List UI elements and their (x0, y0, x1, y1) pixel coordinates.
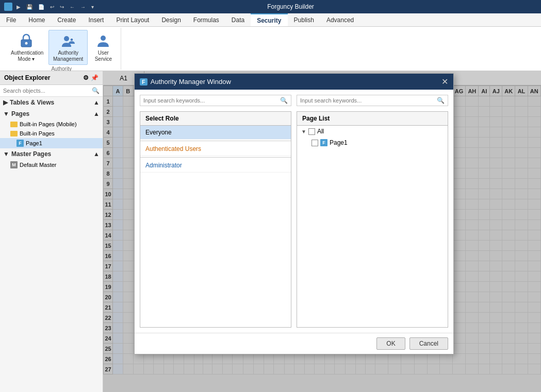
modal-title-left: F Authority Manager Window (140, 78, 231, 86)
play-btn[interactable]: ▶ (14, 3, 23, 11)
ribbon-btn-auth-mgmt[interactable]: AuthorityManagement (48, 30, 88, 65)
spreadsheet-wrapper: A1 ✕ ✓ fx A B C D E (103, 71, 541, 392)
undo-btn[interactable]: ↩ (48, 3, 56, 11)
more-btn[interactable]: ▾ (89, 3, 96, 11)
svg-point-3 (70, 38, 73, 41)
modal-body: 🔍 🔍 Select Role Everyone (135, 90, 453, 333)
auth-mgmt-icon (60, 32, 76, 49)
builtin-pages-label: Built-in Pages (20, 130, 55, 137)
menu-bar: File Home Create Insert Print Layout Des… (0, 13, 541, 27)
modal-close-btn[interactable]: ✕ (441, 77, 448, 87)
redo-btn[interactable]: ↪ (58, 3, 66, 11)
ribbon-group-items: AuthenticationMode ▾ AuthorityManagement (6, 30, 117, 65)
fwd-btn[interactable]: → (78, 3, 88, 11)
modal-ok-btn[interactable]: OK (376, 337, 405, 350)
tree-item-page1[interactable]: F Page1 (297, 137, 448, 148)
role-everyone[interactable]: Everyone (140, 126, 291, 140)
folder-pages-icon (10, 131, 18, 137)
page1-tree-label: Page1 (330, 139, 348, 146)
title-bar-tools: ▶ 💾 📄 ↩ ↪ ← → ▾ (14, 3, 96, 11)
app-logo-icon (4, 3, 12, 11)
svg-point-4 (101, 36, 106, 41)
back-btn[interactable]: ← (68, 3, 77, 11)
role-administrator[interactable]: Administrator (140, 159, 291, 173)
sidebar-item-page1[interactable]: F Page1 (0, 138, 103, 148)
sidebar-section-pages[interactable]: ▼ Pages ▲ (0, 108, 103, 120)
master-icon: M (10, 161, 18, 168)
modal-footer: OK Cancel (135, 333, 453, 354)
page1-checkbox[interactable] (312, 140, 318, 146)
sidebar-title: Object Explorer (4, 74, 50, 81)
ribbon-btn-auth-mode[interactable]: AuthenticationMode ▾ (6, 30, 46, 65)
modal-overlay: F Authority Manager Window ✕ 🔍 (103, 71, 541, 392)
sidebar-section-master[interactable]: ▼ Master Pages ▲ (0, 148, 103, 160)
builtin-mobile-label: Built-in Pages (Mobile) (20, 121, 77, 127)
tree-item-all[interactable]: ▼ All (297, 126, 448, 137)
auth-mgmt-label: AuthorityManagement (53, 50, 83, 62)
sidebar-item-builtin-pages[interactable]: Built-in Pages (0, 129, 103, 138)
user-service-label: UserService (95, 50, 112, 62)
master-expand-icon: ▲ (93, 150, 100, 158)
sidebar-gear-icon[interactable]: ⚙ (83, 74, 89, 81)
modal-search-right-icon: 🔍 (437, 97, 445, 104)
sidebar-section-pages-label: ▼ Pages (3, 110, 29, 117)
modal-search-right: 🔍 (297, 95, 448, 106)
sidebar-item-default-master[interactable]: M Default Master (0, 160, 103, 170)
page1-icon: F (17, 140, 24, 147)
modal-search-left-icon: 🔍 (280, 97, 288, 104)
menu-security[interactable]: Security (251, 13, 287, 26)
pages-expand-icon: ▲ (93, 110, 100, 117)
modal-panel-roles-content: Everyone Authenticated Users Administrat… (140, 126, 291, 327)
sidebar-search-input[interactable] (3, 88, 92, 94)
title-bar: ▶ 💾 📄 ↩ ↪ ← → ▾ Forguncy Builder (0, 0, 541, 13)
user-service-icon (95, 32, 111, 49)
sidebar-search: 🔍 (0, 85, 103, 97)
menu-data[interactable]: Data (225, 13, 251, 26)
sidebar: Object Explorer ⚙ 📌 🔍 ▶ Tables & Views ▲ (0, 71, 103, 392)
ribbon-btn-user-service[interactable]: UserService (90, 30, 117, 65)
menu-file[interactable]: File (0, 13, 22, 26)
sidebar-header-icons: ⚙ 📌 (83, 74, 99, 81)
sidebar-section-tables-label: ▶ Tables & Views (3, 99, 54, 106)
modal-search-left-input[interactable] (143, 97, 280, 104)
sidebar-pin-icon[interactable]: 📌 (91, 74, 99, 81)
all-tree-arrow: ▼ (301, 129, 306, 134)
modal-search-right-input[interactable] (300, 97, 437, 104)
modal-panel-pages: Page List ▼ All (297, 111, 448, 328)
all-label: All (317, 128, 324, 135)
ribbon: AuthenticationMode ▾ AuthorityManagement (0, 27, 541, 71)
ribbon-group-authority: AuthenticationMode ▾ AuthorityManagement (2, 28, 121, 70)
role-authenticated[interactable]: Authenticated Users (140, 142, 291, 156)
modal-panel-roles-header: Select Role (140, 112, 291, 126)
menu-publish[interactable]: Publish (288, 13, 320, 26)
sidebar-content: ▶ Tables & Views ▲ ▼ Pages ▲ Built-in Pa… (0, 97, 103, 392)
master-arrow-icon: ▼ (3, 150, 9, 158)
svg-point-2 (64, 36, 69, 41)
tables-arrow-icon: ▶ (3, 99, 8, 106)
menu-insert[interactable]: Insert (82, 13, 110, 26)
menu-formulas[interactable]: Formulas (187, 13, 225, 26)
save-btn[interactable]: 💾 (24, 3, 35, 11)
menu-home[interactable]: Home (22, 13, 51, 26)
modal-cancel-btn[interactable]: Cancel (409, 337, 448, 350)
tables-expand-icon: ▲ (93, 99, 100, 106)
folder-mobile-icon (10, 122, 18, 127)
menu-advanced[interactable]: Advanced (320, 13, 360, 26)
menu-print-layout[interactable]: Print Layout (110, 13, 155, 26)
pages-arrow-icon: ▼ (3, 110, 9, 117)
new-btn[interactable]: 📄 (36, 3, 46, 11)
auth-mode-icon (18, 32, 35, 49)
app-title: Forguncy Builder (267, 3, 314, 10)
sidebar-section-tables[interactable]: ▶ Tables & Views ▲ (0, 97, 103, 108)
modal-search-left: 🔍 (140, 95, 291, 106)
page1-tree-icon: F (320, 139, 327, 146)
sidebar-header: Object Explorer ⚙ 📌 (0, 71, 103, 85)
menu-design[interactable]: Design (155, 13, 187, 26)
menu-create[interactable]: Create (51, 13, 82, 26)
modal-title-icon: F (140, 78, 147, 86)
modal-titlebar: F Authority Manager Window ✕ (135, 74, 453, 90)
svg-point-1 (25, 42, 28, 45)
authority-modal: F Authority Manager Window ✕ 🔍 (134, 73, 454, 354)
sidebar-item-builtin-mobile[interactable]: Built-in Pages (Mobile) (0, 120, 103, 129)
all-checkbox[interactable] (308, 128, 315, 135)
